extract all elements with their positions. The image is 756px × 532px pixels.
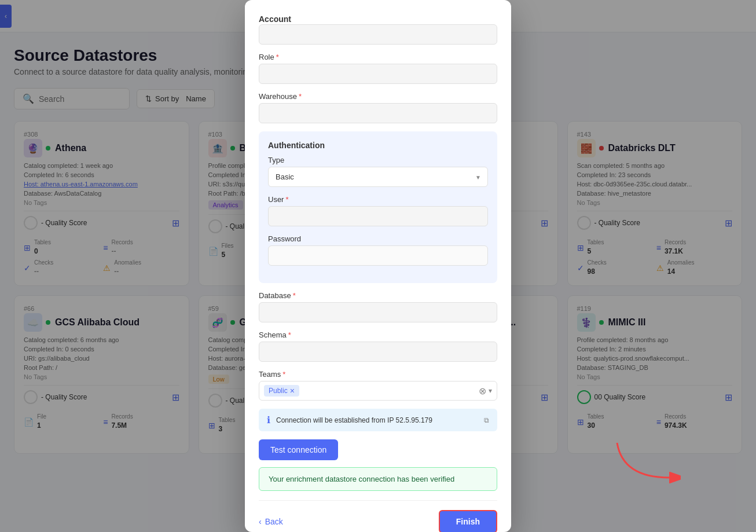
account-group: Account [259, 14, 497, 45]
type-group: Type Basic OAuth Key Pair [268, 156, 488, 187]
required-mark: * [282, 370, 285, 379]
schema-input[interactable] [259, 342, 497, 362]
ip-info-banner: ℹ Connection will be established from IP… [259, 409, 497, 431]
back-label: Back [265, 517, 283, 526]
user-label: User * [268, 195, 488, 204]
schema-group: Schema * [259, 331, 497, 362]
teams-label: Teams * [259, 370, 497, 379]
warehouse-group: Warehouse * [259, 92, 497, 123]
database-group: Database * [259, 291, 497, 322]
account-label: Account [259, 14, 291, 24]
clear-teams-icon[interactable]: ⊗ [479, 386, 486, 397]
auth-section-title: Authentication [268, 141, 488, 150]
auth-section: Authentication Type Basic OAuth Key Pair… [259, 131, 497, 283]
database-input[interactable] [259, 302, 497, 322]
modal-footer: ‹ Back Finish [259, 500, 497, 532]
database-label: Database * [259, 291, 497, 300]
back-chevron-icon: ‹ [259, 517, 262, 526]
required-mark: * [276, 53, 279, 61]
password-group: Password [268, 234, 488, 266]
teams-actions: ⊗ ▾ [479, 386, 492, 397]
role-input[interactable] [259, 64, 497, 84]
ip-info-text: Connection will be established from IP 5… [276, 416, 432, 424]
user-input[interactable] [268, 206, 488, 226]
copy-icon[interactable]: ⧉ [484, 416, 489, 424]
account-input[interactable] [259, 24, 497, 45]
warehouse-label: Warehouse * [259, 92, 497, 101]
role-group: Role * [259, 53, 497, 84]
schema-label: Schema * [259, 331, 497, 339]
role-label: Role * [259, 53, 497, 61]
required-mark: * [293, 291, 296, 300]
modal-dialog: Account Role * Warehouse * Authenticatio… [245, 0, 511, 532]
dropdown-teams-icon[interactable]: ▾ [489, 387, 492, 395]
page-background: ‹ 🔍 Source Datastores Connect to a sourc… [0, 0, 756, 532]
warehouse-input[interactable] [259, 103, 497, 123]
team-tag-label: Public [269, 387, 288, 395]
password-label: Password [268, 234, 488, 243]
required-mark: * [299, 92, 302, 101]
back-button[interactable]: ‹ Back [259, 517, 283, 526]
team-tag-public: Public × [264, 385, 299, 397]
required-mark: * [288, 331, 291, 339]
password-input[interactable] [268, 245, 488, 266]
required-mark: * [285, 195, 288, 204]
info-icon: ℹ [267, 414, 270, 425]
test-connection-button[interactable]: Test connection [259, 439, 338, 460]
type-select-wrapper: Basic OAuth Key Pair [268, 167, 488, 187]
finish-button[interactable]: Finish [439, 510, 497, 532]
type-label: Type [268, 156, 488, 164]
teams-group: Teams * Public × ⊗ ▾ [259, 370, 497, 401]
teams-input-container[interactable]: Public × ⊗ ▾ [259, 381, 497, 401]
user-group: User * [268, 195, 488, 226]
type-select[interactable]: Basic OAuth Key Pair [268, 167, 488, 187]
team-tag-close[interactable]: × [290, 386, 295, 395]
success-banner: Your enrichment datastore connection has… [259, 467, 497, 491]
